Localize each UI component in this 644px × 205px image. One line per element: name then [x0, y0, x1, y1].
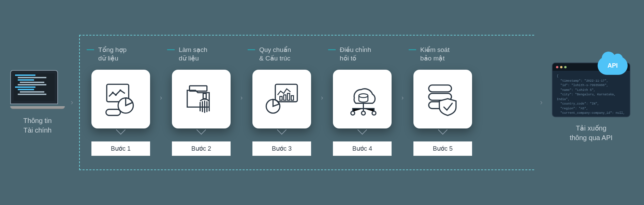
chart-pie-icon	[104, 82, 138, 116]
arrow-icon: ›	[316, 94, 328, 101]
cloud-network-icon	[345, 82, 379, 116]
step-card	[91, 70, 150, 128]
shield-stack-icon	[426, 82, 460, 116]
arrow-icon: ›	[235, 94, 248, 101]
step-5: Kiểm soát bảo mật Bước 5	[409, 46, 477, 156]
step-badge: Bước 3	[252, 141, 311, 156]
bar-graph-icon	[265, 82, 299, 116]
step-1: Tổng hợp dữ liệu Bước 1	[87, 46, 155, 156]
arrow-icon: ›	[536, 98, 546, 107]
step-marker	[167, 49, 175, 50]
clean-folder-icon	[184, 82, 218, 116]
input-label: Thông tin Tài chính	[23, 116, 52, 135]
arrow-icon: ›	[67, 98, 77, 107]
step-marker	[409, 49, 416, 50]
laptop-icon	[10, 70, 65, 109]
step-title: Quy chuẩn & Cấu trúc	[259, 46, 291, 63]
step-badge: Bước 4	[333, 141, 392, 156]
step-title: Làm sạch dữ liệu	[179, 46, 207, 63]
step-title: Kiểm soát bảo mật	[420, 46, 450, 63]
step-title: Điều chỉnh hồi tố	[340, 46, 371, 63]
step-card	[252, 70, 311, 128]
api-cloud-icon: API	[598, 56, 628, 75]
step-marker	[248, 49, 255, 50]
step-3: Quy chuẩn & Cấu trúc Bước 3	[248, 46, 316, 156]
step-card	[333, 70, 392, 128]
step-card	[172, 70, 231, 128]
output-section: API { "timestamp": "2022-11-17", "id": "…	[548, 63, 634, 142]
step-card	[413, 70, 472, 128]
step-title: Tổng hợp dữ liệu	[98, 46, 127, 63]
step-badge: Bước 5	[413, 141, 472, 156]
step-badge: Bước 1	[91, 141, 150, 156]
input-section: Thông tin Tài chính	[10, 70, 65, 135]
step-4: Điều chỉnh hồi tố Bước 4	[328, 46, 396, 156]
output-label: Tải xuống thông qua API	[570, 123, 613, 142]
step-marker	[328, 49, 336, 50]
pipeline-diagram: Thông tin Tài chính › Tổng hợp dữ liệu B…	[0, 0, 644, 205]
arrow-icon: ›	[155, 94, 167, 101]
arrow-icon: ›	[396, 94, 409, 101]
step-marker	[87, 49, 94, 50]
step-badge: Bước 2	[172, 141, 231, 156]
step-2: Làm sạch dữ liệu Bước 2	[167, 46, 235, 156]
process-container: Tổng hợp dữ liệu Bước 1 › Làm sạch dữ li…	[79, 35, 534, 170]
